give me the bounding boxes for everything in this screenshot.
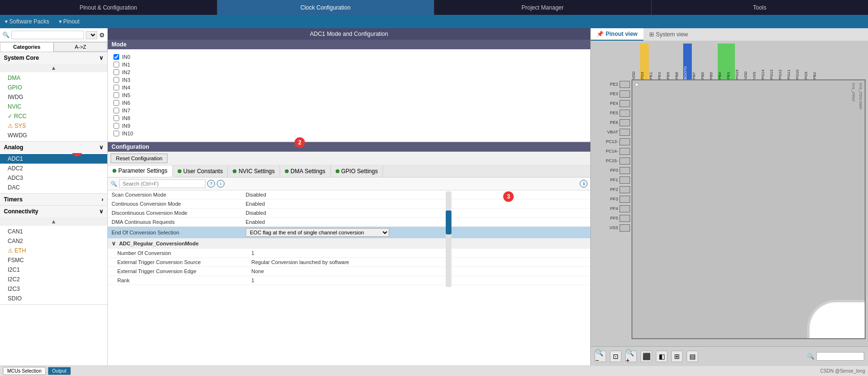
pin-label-pd3: PD3 bbox=[640, 44, 649, 79]
scroll-up-btn-2[interactable]: ▲ bbox=[0, 217, 107, 226]
config-row-eoc[interactable]: End Of Conversion Selection EOC flag at … bbox=[108, 227, 590, 239]
sidebar-item-sdio[interactable]: SDIO bbox=[0, 294, 107, 303]
output-btn[interactable]: Output bbox=[48, 367, 71, 375]
info-icon-3[interactable]: ℹ bbox=[580, 180, 587, 188]
checkbox-in9[interactable] bbox=[113, 123, 119, 129]
chevron-down-icon: ∨ bbox=[99, 55, 103, 61]
tab-categories[interactable]: Categories bbox=[0, 42, 54, 52]
section-system-core-header[interactable]: System Core ∨ bbox=[0, 52, 107, 64]
tab-pinout-view[interactable]: 📌 Pinout view bbox=[591, 28, 643, 41]
left-pin-pf5: PF5 bbox=[591, 213, 630, 223]
sidebar-item-adc1[interactable]: ADC1 bbox=[0, 154, 107, 164]
mcus-selection-btn[interactable]: MCUs Selection bbox=[3, 367, 46, 375]
section-connectivity-header[interactable]: Connectivity ∨ bbox=[0, 206, 107, 217]
pin-label-vss: VSS bbox=[752, 44, 761, 79]
sidebar-search-select[interactable] bbox=[86, 31, 97, 39]
pin-box-pe2 bbox=[620, 81, 630, 88]
sidebar-item-sys[interactable]: ⚠ SYS bbox=[0, 121, 107, 131]
sidebar-item-nvic[interactable]: NVIC bbox=[0, 102, 107, 111]
sidebar-item-can1[interactable]: CAN1 bbox=[0, 227, 107, 236]
checkbox-in4[interactable] bbox=[113, 85, 119, 90]
grid-btn[interactable]: ⊞ bbox=[671, 351, 683, 362]
software-packs-btn[interactable]: ▾ Software Packs bbox=[5, 18, 49, 25]
sidebar-item-dac[interactable]: DAC bbox=[0, 183, 107, 192]
sidebar-item-eth[interactable]: ⚠ ETH bbox=[0, 246, 107, 255]
sidebar-item-wwdg[interactable]: WWDG bbox=[0, 131, 107, 140]
sidebar-item-rcc[interactable]: ✓ RCC bbox=[0, 111, 107, 121]
tab-parameter-settings[interactable]: Parameter Settings bbox=[108, 166, 173, 177]
checkbox-in3[interactable] bbox=[113, 77, 119, 83]
sidebar-item-can2[interactable]: CAN2 bbox=[0, 236, 107, 246]
checkbox-in0[interactable] bbox=[113, 54, 119, 60]
connectivity-items: CAN1 CAN2 ⚠ ETH FSMC I2C1 I2C2 I2C3 SDIO bbox=[0, 226, 107, 304]
config-row-continuous: Continuous Conversion Mode Enabled bbox=[108, 199, 590, 209]
section-system-core: System Core ∨ ▲ DMA GPIO IWDG NVIC ✓ RCC… bbox=[0, 52, 107, 142]
tab-user-constants[interactable]: User Constants bbox=[173, 166, 228, 177]
pin-label-pg11: PG11 bbox=[787, 44, 795, 79]
info-icon-1[interactable]: ? bbox=[207, 180, 215, 188]
sidebar-item-gpio[interactable]: GPIO bbox=[0, 83, 107, 92]
sidebar-item-adc2[interactable]: ADC2 bbox=[0, 164, 107, 173]
fit-btn[interactable]: ⊡ bbox=[610, 351, 621, 362]
checkbox-in5[interactable] bbox=[113, 92, 119, 98]
checkbox-in1[interactable] bbox=[113, 62, 119, 67]
eoc-select[interactable]: EOC flag at the end of single channel co… bbox=[246, 228, 389, 237]
config-search-input[interactable] bbox=[119, 179, 205, 188]
tab-dot-dma bbox=[285, 169, 289, 173]
nav-tools[interactable]: Tools bbox=[652, 0, 868, 15]
sidebar-search-input[interactable] bbox=[11, 31, 84, 39]
sidebar-item-i2c1[interactable]: I2C1 bbox=[0, 265, 107, 275]
center-scrollbar[interactable] bbox=[446, 191, 451, 287]
left-pin-pc13: PC13- bbox=[591, 137, 630, 146]
layout-btn[interactable]: ▤ bbox=[687, 351, 698, 362]
section-analog-header[interactable]: Analog ∨ bbox=[0, 142, 107, 153]
pin-label-pb6: PB6 bbox=[700, 44, 709, 79]
chip-btn[interactable]: ◧ bbox=[656, 351, 667, 362]
pin-box-pf2 bbox=[620, 186, 630, 193]
config-row-dma: DMA Continuous Requests Enabled bbox=[108, 218, 590, 227]
sidebar-item-fsmc[interactable]: FSMC bbox=[0, 255, 107, 265]
nav-project[interactable]: Project Manager bbox=[434, 0, 652, 15]
tab-dma-settings[interactable]: DMA Settings bbox=[280, 166, 331, 177]
chip-body: SYS_JTDO-SWO SYS_JTRST bbox=[631, 79, 866, 339]
tab-nvic-settings[interactable]: NVIC Settings bbox=[228, 166, 280, 177]
chevron-down-icon: ∨ bbox=[99, 144, 103, 151]
mode-in4: IN4 bbox=[112, 84, 586, 91]
checkbox-in10[interactable] bbox=[113, 131, 119, 136]
tab-system-view[interactable]: ⊞ System view bbox=[643, 28, 694, 41]
mode-in6: IN6 bbox=[112, 99, 586, 107]
reset-config-button[interactable]: Reset Configuration bbox=[111, 154, 168, 163]
tab-gpio-settings[interactable]: GPIO Settings bbox=[331, 166, 383, 177]
checkbox-in8[interactable] bbox=[113, 115, 119, 121]
pinout-btn[interactable]: ▾ Pinout bbox=[59, 18, 79, 25]
checkbox-in7[interactable] bbox=[113, 108, 119, 113]
nav-clock[interactable]: Clock Configuration bbox=[217, 0, 435, 15]
section-timers-header[interactable]: Timers › bbox=[0, 194, 107, 205]
checkbox-in6[interactable] bbox=[113, 100, 119, 106]
zoom-search-area: 🔍 bbox=[807, 352, 864, 361]
tab-dot-gpio bbox=[336, 169, 339, 173]
info-icon-2[interactable]: i bbox=[217, 180, 225, 188]
export-btn[interactable]: ⬛ bbox=[641, 351, 652, 362]
tab-az[interactable]: A->Z bbox=[54, 42, 107, 52]
sidebar-item-dma[interactable]: DMA bbox=[0, 73, 107, 83]
sidebar-item-i2c2[interactable]: I2C2 bbox=[0, 275, 107, 284]
pin-box-pc15 bbox=[620, 157, 630, 165]
sys-jtrst-label: SYS_JTRST bbox=[852, 83, 855, 102]
pin-label-pb3: PB3 bbox=[726, 44, 735, 79]
nav-pinout[interactable]: Pinout & Configuration bbox=[0, 0, 217, 15]
pinout-view: VDD PD3 PE1 PE0 PB9 PB8 BOOT0 PB7 PB6 PB… bbox=[591, 41, 868, 365]
zoom-in-btn[interactable]: 🔍+ bbox=[625, 351, 637, 362]
pin-label-pg12: PG12 bbox=[778, 44, 787, 79]
scroll-up-btn[interactable]: ▲ bbox=[0, 64, 107, 72]
center-panel: ADC1 Mode and Configuration Mode IN0 IN1… bbox=[108, 28, 590, 365]
sidebar-item-i2c3[interactable]: I2C3 bbox=[0, 284, 107, 294]
pin-label-boot0: BOOT0 bbox=[683, 44, 692, 79]
gear-icon[interactable]: ⚙ bbox=[99, 32, 105, 39]
zoom-search-input[interactable] bbox=[816, 352, 864, 361]
zoom-out-btn[interactable]: 🔍− bbox=[595, 351, 606, 362]
sidebar-item-adc3[interactable]: ADC3 bbox=[0, 173, 107, 183]
config-section-header: Configuration bbox=[108, 142, 590, 152]
sidebar-item-iwdg[interactable]: IWDG bbox=[0, 92, 107, 102]
checkbox-in2[interactable] bbox=[113, 69, 119, 75]
